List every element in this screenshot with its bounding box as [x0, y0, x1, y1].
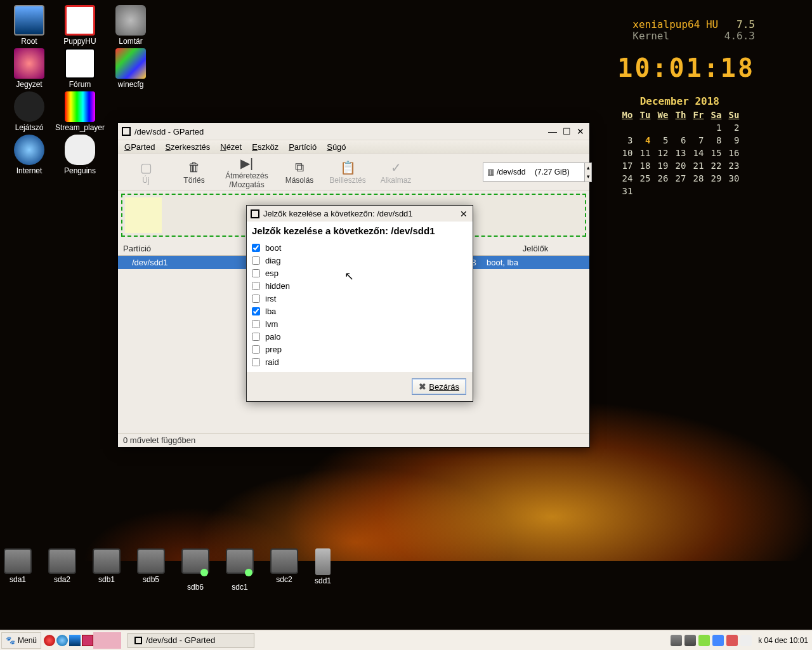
drive-sdc2[interactable]: sdc2	[270, 548, 298, 592]
menu-nézet[interactable]: Nézet	[220, 142, 242, 152]
col-flags[interactable]: Jelölők	[481, 242, 589, 256]
mounted-icon	[200, 569, 208, 576]
puppy-icon	[65, 5, 95, 36]
dropdown-spinner[interactable]: ▴▾	[584, 162, 592, 182]
device-selector[interactable]: ▥ /dev/sdd (7.27 GiB) ▴▾	[483, 162, 586, 182]
flag-prep[interactable]: prep	[252, 343, 468, 355]
desktop-winecfg[interactable]: winecfg	[105, 48, 156, 89]
partition-region[interactable]	[125, 197, 162, 233]
flag-lba[interactable]: lba	[252, 305, 468, 317]
flag-irst[interactable]: irst	[252, 292, 468, 305]
calendar-day	[688, 121, 706, 134]
flag-checkbox[interactable]	[252, 295, 260, 303]
flag-checkbox[interactable]	[252, 307, 260, 315]
desktop-fórum[interactable]: Fórum	[55, 48, 105, 89]
flag-raid[interactable]: raid	[252, 355, 468, 368]
flag-checkbox[interactable]	[252, 244, 260, 252]
drive-sdd1[interactable]: sdd1	[315, 548, 331, 592]
menu-szerkesztés[interactable]: Szerkesztés	[165, 142, 210, 152]
flag-checkbox[interactable]	[252, 333, 260, 341]
forum-icon	[65, 48, 95, 79]
flag-lvm[interactable]: lvm	[252, 317, 468, 330]
maximize-button[interactable]: ☐	[561, 126, 572, 136]
icon-label: Internet	[4, 166, 55, 175]
calendar-day: 14	[688, 147, 706, 159]
flags-dialog: Jelzők kezelése a következőn: /dev/sdd1 …	[246, 205, 473, 402]
drive-sdb1[interactable]: sdb1	[93, 548, 121, 592]
drive-sdb6[interactable]: sdb6	[181, 548, 209, 592]
hdd-icon	[4, 548, 32, 574]
distro-label: xenialpup64 HU	[632, 18, 718, 30]
task-button[interactable]: /dev/sdd - GParted	[128, 633, 254, 648]
flag-checkbox[interactable]	[252, 358, 260, 366]
usb-icon	[315, 548, 331, 575]
calendar-day: 24	[617, 172, 635, 185]
minimize-button[interactable]: —	[547, 126, 558, 136]
flag-diag[interactable]: diag	[252, 254, 468, 267]
taskbar: 🐾 Menü /dev/sdd - GParted k 04 dec 10:01	[0, 630, 812, 650]
sound-icon[interactable]	[671, 635, 682, 646]
download-icon[interactable]	[712, 635, 724, 646]
tux-icon[interactable]	[740, 635, 752, 646]
drive-icon: ▥	[487, 168, 494, 176]
copy-button[interactable]: ⧉Másolás	[275, 159, 324, 185]
new-button[interactable]: ▢Új	[122, 159, 170, 185]
flag-checkbox[interactable]	[252, 269, 260, 277]
desktop-stream_player[interactable]: Stream_player	[55, 91, 105, 132]
play-icon	[14, 91, 44, 122]
close-button[interactable]: ✖ Bezárás	[412, 378, 466, 395]
flag-checkbox[interactable]	[252, 256, 260, 265]
calendar-day	[671, 121, 688, 134]
globe-icon[interactable]	[56, 635, 68, 646]
cpu-icon[interactable]	[684, 635, 696, 646]
drive-sda1[interactable]: sda1	[4, 548, 32, 592]
kill-icon[interactable]	[44, 635, 55, 646]
flag-checkbox[interactable]	[252, 320, 260, 328]
menu-partíció[interactable]: Partíció	[289, 142, 317, 152]
drive-sdc1[interactable]: sdc1	[226, 548, 254, 592]
workspace-pager[interactable]	[93, 632, 121, 649]
close-button[interactable]: ✕	[575, 126, 586, 136]
desktop-icon[interactable]	[69, 635, 81, 646]
delete-button[interactable]: 🗑Törlés	[170, 159, 218, 185]
paste-button[interactable]: 📋Beillesztés	[324, 159, 372, 185]
desktop-internet[interactable]: Internet	[4, 135, 55, 175]
dialog-close-icon[interactable]: ✕	[459, 209, 469, 219]
calendar-day	[724, 185, 742, 197]
calendar-day: 16	[724, 147, 742, 159]
desktop-lomtár[interactable]: Lomtár	[105, 5, 156, 46]
calendar-day: 15	[706, 147, 724, 159]
flag-hidden[interactable]: hidden	[252, 279, 468, 292]
desktop-puppyhu[interactable]: PuppyHU	[55, 5, 105, 46]
calendar-day: 8	[706, 134, 724, 147]
flag-checkbox[interactable]	[252, 345, 260, 354]
toolbar: ▢Új 🗑Törlés ▶|Átméretezés/Mozgatás ⧉Máso…	[118, 154, 589, 190]
flag-palo[interactable]: palo	[252, 330, 468, 343]
drive-sda2[interactable]: sda2	[48, 548, 76, 592]
workspaces-icon[interactable]	[82, 635, 93, 646]
calendar-day: 9	[724, 134, 742, 147]
drive-label: sda2	[48, 575, 76, 584]
menu-gparted[interactable]: GParted	[124, 142, 155, 152]
shield-icon[interactable]	[726, 635, 738, 646]
flag-checkbox[interactable]	[252, 282, 260, 290]
menu-button[interactable]: 🐾 Menü	[1, 632, 41, 649]
flag-boot[interactable]: boot	[252, 241, 468, 254]
menu-súgó[interactable]: Súgó	[327, 142, 346, 152]
menu-eszköz[interactable]: Eszköz	[252, 142, 278, 152]
flag-esp[interactable]: esp	[252, 267, 468, 279]
titlebar[interactable]: /dev/sdd - GParted — ☐ ✕	[118, 123, 589, 140]
col-partition[interactable]: Partíció	[118, 242, 255, 256]
apply-button[interactable]: ✓Alkalmaz	[372, 159, 420, 185]
dialog-titlebar[interactable]: Jelzők kezelése a következőn: /dev/sdd1 …	[247, 206, 473, 222]
resize-button[interactable]: ▶|Átméretezés/Mozgatás	[218, 155, 275, 189]
drive-sdb5[interactable]: sdb5	[137, 548, 165, 592]
battery-icon[interactable]	[698, 635, 710, 646]
desktop-lejátszó[interactable]: Lejátszó	[4, 91, 55, 132]
calendar-day: 7	[688, 134, 706, 147]
desktop-penguins[interactable]: Penguins	[55, 135, 105, 175]
desktop-jegyzet[interactable]: Jegyzet	[4, 48, 55, 89]
calendar-day: 20	[671, 159, 688, 172]
icon-label: PuppyHU	[55, 37, 105, 46]
desktop-root[interactable]: Root	[4, 5, 55, 46]
